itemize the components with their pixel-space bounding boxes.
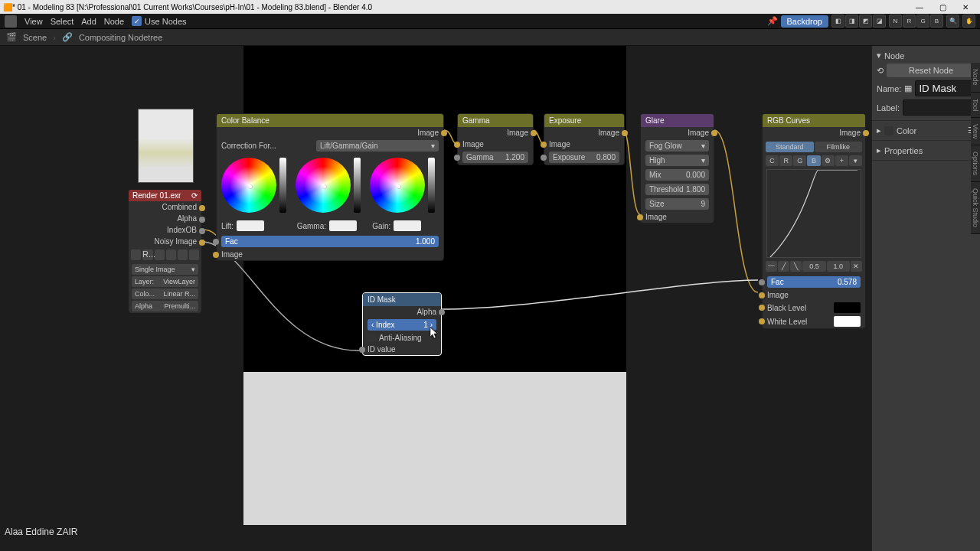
gain-swatch[interactable] (394, 220, 421, 231)
colorspace-dropdown[interactable]: Colo...Linear R... (132, 289, 198, 299)
lift-color-wheel[interactable] (221, 158, 276, 213)
image-icon[interactable] (131, 249, 141, 260)
exposure-node[interactable]: Exposure Image Image Exposure0.800 (544, 113, 625, 165)
pin-icon[interactable]: 📌 (767, 16, 778, 26)
lift-value-slider[interactable] (279, 158, 286, 213)
fac-slider[interactable]: Fac0.578 (767, 276, 861, 288)
tab-standard[interactable]: Standard (766, 142, 814, 152)
tab-filmlike[interactable]: Filmlike (815, 142, 863, 152)
gain-value-slider[interactable] (428, 158, 435, 213)
vtab-view[interactable]: View (971, 118, 980, 145)
label-input[interactable] (903, 99, 980, 116)
vtab-tool[interactable]: Tool (971, 93, 980, 119)
index-field[interactable]: ‹ Index1 › (368, 319, 436, 331)
chevron-right-icon[interactable]: ▸ (877, 145, 881, 155)
layer-dropdown[interactable]: Layer:ViewLayer (132, 276, 198, 287)
tool-zoom[interactable]: 🔍 (946, 15, 959, 28)
alpha-dropdown[interactable]: AlphaPremulti... (132, 301, 198, 311)
node-title: Exposure (549, 116, 581, 125)
channel-c[interactable]: C (766, 155, 779, 166)
tool-r[interactable]: R (903, 15, 916, 28)
tool-b[interactable]: B (930, 15, 943, 28)
menu-add[interactable]: Add (81, 17, 96, 26)
glare-threshold-field[interactable]: Threshold1.800 (645, 184, 709, 195)
white-level-swatch[interactable] (834, 316, 861, 327)
glare-mix-field[interactable]: Mix0.000 (645, 169, 709, 181)
output-noisy: Noisy Image (154, 237, 197, 246)
gamma-node[interactable]: Gamma Image Image Gamma1.200 (457, 113, 534, 165)
scene-icon: 🎬 (6, 32, 17, 42)
editor-type-icon[interactable] (5, 15, 17, 28)
curve-minus-icon[interactable]: ▾ (849, 155, 862, 166)
gain-color-wheel[interactable] (370, 158, 425, 213)
vtab-quick-studio[interactable]: Quick Studio (971, 182, 980, 234)
breadcrumb-tree[interactable]: Compositing Nodetree (79, 33, 162, 42)
color-balance-node[interactable]: Color Balance Image Correction For... Li… (216, 113, 444, 261)
curve-tools-icon[interactable]: ⚙ (822, 155, 835, 166)
fac-slider[interactable]: Fac1.000 (221, 236, 439, 247)
vtab-node[interactable]: Node (971, 63, 980, 93)
render-image-node[interactable]: Render 01.exr ⟳ Combined Alpha IndexOB N… (129, 190, 201, 313)
curve-x-field[interactable]: 0.5 (802, 261, 825, 272)
chevron-down-icon[interactable]: ▾ (877, 51, 881, 60)
tool-n[interactable]: N (889, 15, 902, 28)
use-nodes-toggle[interactable]: ✓ Use Nodes (132, 16, 186, 26)
channel-b[interactable]: B (807, 155, 820, 166)
black-level-swatch[interactable] (834, 302, 861, 313)
tool-snap-2[interactable]: ◨ (845, 15, 858, 28)
reset-node-button[interactable]: Reset Node (887, 64, 975, 77)
tool-snap-1[interactable]: ◧ (831, 15, 844, 28)
maximize-button[interactable]: ▢ (931, 3, 954, 11)
tool-snap-3[interactable]: ◩ (859, 15, 872, 28)
glare-size-field[interactable]: Size9 (645, 198, 709, 210)
gamma-swatch[interactable] (329, 220, 357, 231)
chevron-right-icon: › (53, 33, 56, 42)
channel-r[interactable]: R (779, 155, 792, 166)
users-icon[interactable] (155, 249, 165, 260)
minimize-button[interactable]: — (908, 3, 931, 11)
input-image: Image (645, 213, 667, 221)
reset-icon[interactable]: ⟲ (877, 66, 884, 76)
name-label: Name: (877, 84, 901, 93)
handle-vec-icon[interactable]: ╱ (778, 261, 789, 272)
curve-plus-icon[interactable]: + (835, 155, 848, 166)
channel-g[interactable]: G (793, 155, 806, 166)
refresh-icon[interactable]: ⟳ (191, 191, 198, 200)
close-button[interactable]: ✕ (954, 3, 977, 11)
correction-dropdown[interactable]: Lift/Gamma/Gain▾ (316, 140, 439, 152)
menu-view[interactable]: View (24, 17, 43, 26)
color-checkbox[interactable] (884, 126, 893, 135)
tool-snap-4[interactable]: ◪ (873, 15, 886, 28)
backdrop-toggle[interactable]: Backdrop (781, 15, 828, 28)
menu-node[interactable]: Node (104, 17, 124, 26)
glare-node[interactable]: Glare Image Fog Glow▾ High▾ Mix0.000 Thr… (640, 113, 714, 223)
gamma-field[interactable]: Gamma1.200 (462, 152, 528, 163)
lift-swatch[interactable] (237, 220, 264, 231)
node-editor[interactable]: Render 01.exr ⟳ Combined Alpha IndexOB N… (0, 46, 871, 551)
glare-quality-dropdown[interactable]: High▾ (645, 155, 709, 166)
breadcrumb-scene[interactable]: Scene (23, 33, 47, 42)
gamma-color-wheel[interactable] (296, 158, 351, 213)
exposure-field[interactable]: Exposure0.800 (549, 152, 619, 163)
gamma-value-slider[interactable] (354, 158, 361, 213)
curve-widget[interactable] (766, 169, 861, 258)
id-mask-node[interactable]: ID Mask Alpha ‹ Index1 › Anti-Aliasing I… (362, 292, 442, 356)
image-name[interactable]: R... (142, 249, 153, 260)
menu-select[interactable]: Select (51, 17, 74, 26)
curve-delete-icon[interactable]: ✕ (851, 261, 862, 272)
tool-hand[interactable]: ✋ (962, 15, 975, 28)
handle-auto-icon[interactable]: 〰 (766, 261, 777, 272)
source-dropdown[interactable]: Single Image▾ (132, 264, 198, 275)
rgb-curves-node[interactable]: RGB Curves Image Standard Filmlike C R G… (762, 113, 866, 329)
properties-panel: ▾Node ⟲ Reset Node Name:▦ Label: ▸Color☰… (871, 46, 980, 551)
open-icon[interactable] (178, 249, 188, 260)
handle-free-icon[interactable]: ╲ (790, 261, 802, 272)
vtab-options[interactable]: Options (971, 145, 980, 182)
curve-y-field[interactable]: 1.0 (827, 261, 850, 272)
chevron-right-icon[interactable]: ▸ (877, 126, 881, 135)
unlink-icon[interactable] (189, 249, 199, 260)
tool-g[interactable]: G (916, 15, 929, 28)
aa-checkbox[interactable] (368, 334, 376, 342)
fake-user-icon[interactable] (166, 249, 176, 260)
glare-type-dropdown[interactable]: Fog Glow▾ (645, 140, 709, 152)
